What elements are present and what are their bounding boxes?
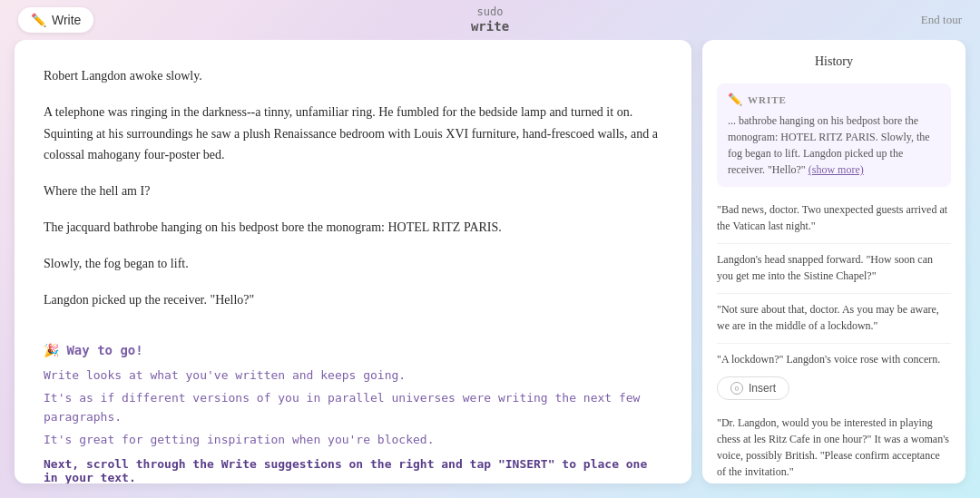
logo-area: ✏️ Write xyxy=(18,7,93,33)
write-label-row: ✏️ WRITE xyxy=(728,93,940,107)
way-to-go-header: 🎉 Way to go! xyxy=(44,343,662,357)
paragraph-6: Langdon picked up the receiver. "Hello?" xyxy=(44,289,662,311)
editor-text: Robert Langdon awoke slowly. A telephone… xyxy=(44,65,662,310)
history-block-5-text: "Dr. Langdon, would you be interested in… xyxy=(717,416,949,478)
history-block-1: "Bad news, doctor. Two unexpected guests… xyxy=(717,198,951,244)
suggestion-area: 🎉 Way to go! Write looks at what you've … xyxy=(44,328,662,483)
main-content: Robert Langdon awoke slowly. A telephone… xyxy=(0,40,980,498)
suggestion-line-3: It's great for getting inspiration when … xyxy=(44,431,662,450)
suggestion-line-2: It's as if different versions of you in … xyxy=(44,389,662,427)
suggestion-line-4: Next, scroll through the Write suggestio… xyxy=(44,457,662,483)
history-title: History xyxy=(717,54,951,69)
write-button-label: Write xyxy=(52,13,81,27)
insert-button-1[interactable]: ○ Insert xyxy=(717,376,789,400)
history-group-2: "Dr. Langdon, would you be interested in… xyxy=(717,411,951,483)
paragraph-4: The jacquard bathrobe hanging on his bed… xyxy=(44,217,662,239)
history-panel: History ✏️ WRITE ... bathrobe hanging on… xyxy=(702,40,965,483)
paragraph-1: Robert Langdon awoke slowly. xyxy=(44,65,662,87)
app-header: ✏️ Write sudo write End tour xyxy=(0,0,980,40)
history-block-3-text: "Not sure about that, doctor. As you may… xyxy=(717,303,939,332)
write-label-text: WRITE xyxy=(748,94,787,105)
end-tour-button[interactable]: End tour xyxy=(921,13,962,27)
logo-sudo: sudo xyxy=(471,5,509,18)
history-block-5: "Dr. Langdon, would you be interested in… xyxy=(717,411,951,483)
history-block-1-text: "Bad news, doctor. Two unexpected guests… xyxy=(717,203,947,232)
write-button[interactable]: ✏️ Write xyxy=(18,7,93,33)
history-group-1: "Bad news, doctor. Two unexpected guests… xyxy=(717,198,951,400)
history-block-4-text: "A lockdown?" Langdon's voice rose with … xyxy=(717,353,940,366)
circle-icon-1: ○ xyxy=(730,382,743,395)
history-block-2-text: Langdon's head snapped forward. "How soo… xyxy=(717,253,933,282)
history-block-4: "A lockdown?" Langdon's voice rose with … xyxy=(717,347,951,371)
pencil-icon: ✏️ xyxy=(728,93,742,107)
history-block-2: Langdon's head snapped forward. "How soo… xyxy=(717,248,951,294)
app-logo: sudo write xyxy=(471,5,509,34)
editor-panel[interactable]: Robert Langdon awoke slowly. A telephone… xyxy=(15,40,691,483)
write-preview-text: ... bathrobe hanging on his bedpost bore… xyxy=(728,112,940,178)
history-block-3: "Not sure about that, doctor. As you may… xyxy=(717,298,951,344)
pen-icon: ✏️ xyxy=(31,13,46,27)
logo-write: write xyxy=(471,19,509,34)
insert-label-1: Insert xyxy=(749,382,776,395)
paragraph-5: Slowly, the fog began to lift. xyxy=(44,253,662,275)
show-more-link[interactable]: (show more) xyxy=(808,163,864,176)
paragraph-2: A telephone was ringing in the darkness-… xyxy=(44,102,662,166)
paragraph-3: Where the hell am I? xyxy=(44,181,662,202)
history-block-4-group: "A lockdown?" Langdon's voice rose with … xyxy=(717,347,951,400)
suggestion-line-1: Write looks at what you've written and k… xyxy=(44,366,662,386)
write-section: ✏️ WRITE ... bathrobe hanging on his bed… xyxy=(717,83,951,187)
